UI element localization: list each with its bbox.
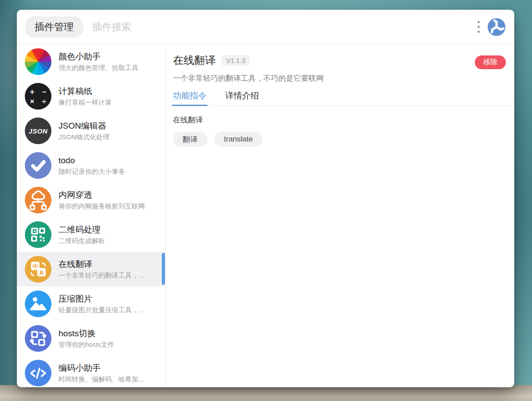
plugin-title: hosts切换 — [59, 328, 114, 339]
command-group-title: 在线翻译 — [173, 115, 505, 125]
window-header: 插件管理 插件搜索 — [17, 10, 514, 44]
tab-details-intro[interactable]: 详情介绍 — [225, 90, 259, 106]
tab-feature-commands[interactable]: 功能指令 — [173, 90, 207, 106]
plugin-title: todo — [59, 155, 125, 166]
plugin-subtitle: 时间转换、编解码、哈希加... — [59, 374, 144, 384]
svg-text:中: 中 — [32, 263, 38, 270]
calculator-icon: ＋－ ×÷ — [25, 83, 51, 110]
version-badge: V1.1.3 — [222, 55, 250, 66]
plugin-detail-title: 在线翻译 — [173, 53, 215, 67]
color-wheel-icon — [25, 48, 51, 75]
plugin-item-encode-helper[interactable]: 编码小助手 时间转换、编解码、哈希加... — [17, 356, 165, 387]
plugin-item-online-translate[interactable]: 中 A 在线翻译 一个非常轻巧的翻译工具，… — [17, 252, 165, 287]
checkmark-icon — [25, 152, 51, 179]
plugin-item-intranet-tunnel[interactable]: 内网穿透 将你的内网服务映射到互联网 — [17, 183, 165, 217]
remove-plugin-button[interactable]: 移除 — [475, 55, 506, 69]
keyword-tag: 翻译 — [173, 132, 207, 147]
command-keywords: 翻译 translate — [173, 132, 505, 147]
plugin-subtitle: JSON格式化处理 — [59, 132, 110, 142]
window-body: 颜色小助手 强大的颜色管理、拾取工具 ＋－ ×÷ 计算稿纸 像打草稿一样计算 — [17, 44, 514, 387]
plugin-title: 编码小助手 — [59, 362, 144, 374]
plugin-subtitle: 二维码生成解析 — [59, 236, 105, 245]
image-icon — [25, 291, 51, 317]
header-actions — [476, 18, 505, 36]
feature-commands-section: 在线翻译 翻译 translate — [166, 106, 514, 147]
plugin-detail-pane: 在线翻译 V1.1.3 移除 一个非常轻巧的翻译工具，不巧的是它要联网 功能指令… — [166, 44, 514, 387]
detail-header: 在线翻译 V1.1.3 移除 一个非常轻巧的翻译工具，不巧的是它要联网 — [166, 44, 514, 83]
plugin-subtitle: 将你的内网服务映射到互联网 — [59, 201, 145, 211]
tab-plugin-manage[interactable]: 插件管理 — [25, 16, 83, 38]
plugin-item-compress-image[interactable]: 压缩图片 轻量级图片批量压缩工具，… — [17, 287, 165, 321]
plugin-subtitle: 随时记录你的大小事务 — [59, 167, 125, 176]
plugin-subtitle: 强大的颜色管理、拾取工具 — [59, 63, 138, 72]
plugin-title: 压缩图片 — [59, 293, 145, 305]
plugin-description: 一个非常轻巧的翻译工具，不巧的是它要联网 — [173, 73, 505, 83]
plugin-item-todo[interactable]: todo 随时记录你的大小事务 — [17, 148, 165, 183]
qrcode-icon — [25, 221, 51, 248]
cloud-network-icon — [25, 187, 51, 213]
kebab-menu-icon[interactable] — [476, 19, 481, 35]
plugin-title: 计算稿纸 — [59, 86, 112, 97]
utools-plugin-manager-window: 插件管理 插件搜索 — [17, 10, 514, 387]
hosts-swap-icon — [25, 325, 51, 352]
plugin-title: 颜色小助手 — [59, 51, 138, 63]
code-icon — [25, 360, 51, 386]
svg-text:A: A — [39, 269, 43, 276]
plugin-item-qrcode[interactable]: 二维码处理 二维码生成解析 — [17, 217, 165, 252]
plugin-subtitle: 轻量级图片批量压缩工具，… — [59, 305, 145, 315]
keyword-tag: translate — [214, 132, 262, 147]
plugin-search-input[interactable]: 插件搜索 — [92, 20, 476, 34]
utools-logo-icon[interactable] — [488, 18, 505, 36]
plugin-subtitle: 像打草稿一样计算 — [59, 98, 112, 107]
plugin-item-hosts-switch[interactable]: hosts切换 管理你的hosts文件 — [17, 321, 165, 356]
plugin-subtitle: 一个非常轻巧的翻译工具，… — [59, 271, 145, 280]
translate-icon: 中 A — [25, 256, 51, 283]
desktop-wallpaper-sand — [0, 385, 532, 401]
plugin-title: 在线翻译 — [59, 259, 145, 270]
plugin-item-color-helper[interactable]: 颜色小助手 强大的颜色管理、拾取工具 — [17, 44, 165, 79]
sidebar-scrollbar-thumb[interactable] — [162, 253, 165, 285]
json-icon: JSON — [25, 118, 51, 144]
plugin-title: 二维码处理 — [59, 224, 105, 236]
plugin-item-json-editor[interactable]: JSON JSON编辑器 JSON格式化处理 — [17, 114, 165, 148]
plugin-list: 颜色小助手 强大的颜色管理、拾取工具 ＋－ ×÷ 计算稿纸 像打草稿一样计算 — [17, 44, 166, 387]
plugin-item-calculator[interactable]: ＋－ ×÷ 计算稿纸 像打草稿一样计算 — [17, 79, 165, 114]
plugin-title: 内网穿透 — [59, 189, 145, 201]
detail-tabs: 功能指令 详情介绍 — [166, 90, 514, 106]
plugin-subtitle: 管理你的hosts文件 — [59, 340, 114, 349]
plugin-title: JSON编辑器 — [59, 120, 110, 132]
